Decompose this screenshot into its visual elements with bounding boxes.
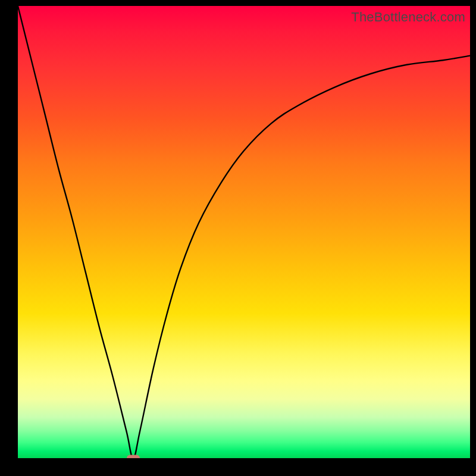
- background-gradient: [18, 6, 470, 458]
- chart-frame: TheBottleneck.com: [0, 0, 476, 476]
- optimal-marker: [127, 455, 140, 459]
- watermark-text: TheBottleneck.com: [351, 10, 465, 25]
- plot-area: TheBottleneck.com: [18, 6, 470, 458]
